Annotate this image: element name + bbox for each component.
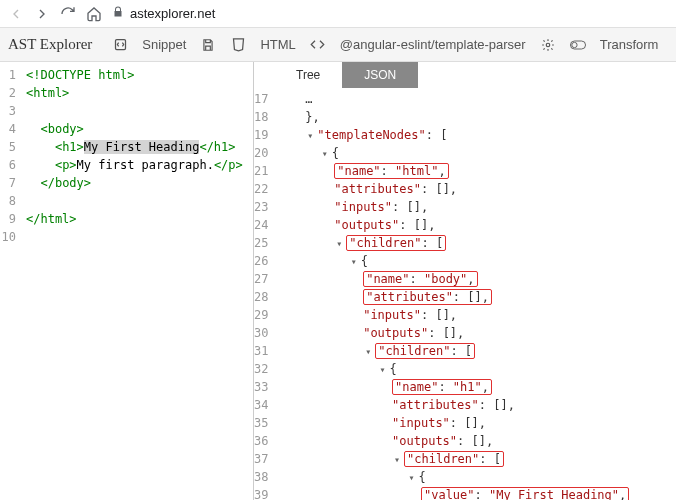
source-line[interactable] [26, 102, 243, 120]
source-line[interactable] [26, 192, 243, 210]
svg-point-1 [546, 43, 550, 47]
tree-line[interactable]: ▾"children": [ [276, 450, 676, 468]
tree-line[interactable]: ▾"templateNodes": [ [276, 126, 676, 144]
tree-line[interactable]: "attributes": [], [276, 180, 676, 198]
output-pane: Tree JSON 171819202122232425262728293031… [254, 62, 676, 500]
svg-point-3 [571, 42, 576, 47]
gear-icon[interactable] [540, 37, 556, 53]
tree-line[interactable]: ▾"children": [ [276, 234, 676, 252]
back-icon[interactable] [8, 6, 24, 22]
tree-line[interactable]: "inputs": [], [276, 414, 676, 432]
tree-line[interactable]: ▾{ [276, 144, 676, 162]
output-tabs: Tree JSON [254, 62, 676, 88]
reload-icon[interactable] [60, 6, 76, 22]
source-code[interactable]: <!DOCTYPE html><html> <body> <h1>My Firs… [20, 62, 243, 246]
toggle-icon[interactable] [570, 37, 586, 53]
source-line[interactable]: <body> [26, 120, 243, 138]
tree-line[interactable]: "name": "body", [276, 270, 676, 288]
tree-line[interactable]: "name": "html", [276, 162, 676, 180]
source-line[interactable]: <!DOCTYPE html> [26, 66, 243, 84]
source-gutter: 12345678910 [0, 62, 20, 246]
app-title: AST Explorer [8, 36, 92, 53]
save-icon[interactable] [200, 37, 216, 53]
tree-line[interactable]: "inputs": [], [276, 198, 676, 216]
tree-line[interactable]: "outputs": [], [276, 432, 676, 450]
parser-select[interactable]: @angular-eslint/template-parser [340, 37, 526, 52]
fold-toggle[interactable]: ▾ [320, 149, 330, 159]
fold-toggle[interactable]: ▾ [378, 365, 388, 375]
tree-line[interactable]: "attributes": [], [276, 288, 676, 306]
tab-json[interactable]: JSON [342, 62, 418, 88]
fold-toggle[interactable]: ▾ [392, 455, 402, 465]
fold-toggle[interactable]: ▾ [363, 347, 373, 357]
tree-line[interactable]: "name": "h1", [276, 378, 676, 396]
tree-line[interactable]: ▾{ [276, 468, 676, 486]
home-icon[interactable] [86, 6, 102, 22]
tab-tree[interactable]: Tree [274, 62, 342, 88]
fold-toggle[interactable]: ▾ [349, 257, 359, 267]
source-line[interactable]: </body> [26, 174, 243, 192]
source-line[interactable] [26, 228, 243, 246]
html5-icon[interactable] [230, 37, 246, 53]
tree-body[interactable]: … }, ▾"templateNodes": [ ▾{ "name": "htm… [274, 88, 676, 500]
source-line[interactable]: <html> [26, 84, 243, 102]
tree-line[interactable]: "value": "My First Heading", [276, 486, 676, 500]
snippet-menu[interactable]: Snippet [142, 37, 186, 52]
url-bar[interactable]: astexplorer.net [112, 6, 215, 21]
tree-line[interactable]: … [276, 90, 676, 108]
url-text: astexplorer.net [130, 6, 215, 21]
tree-line[interactable]: "outputs": [], [276, 216, 676, 234]
svg-rect-2 [570, 41, 585, 49]
source-line[interactable]: <p>My first paragraph.</p> [26, 156, 243, 174]
lock-icon [112, 6, 124, 21]
app-toolbar: AST Explorer Snippet HTML @angular-eslin… [0, 28, 676, 62]
source-pane[interactable]: 12345678910 <!DOCTYPE html><html> <body>… [0, 62, 254, 500]
language-select[interactable]: HTML [260, 37, 295, 52]
tree-line[interactable]: ▾"children": [ [276, 342, 676, 360]
tree-line[interactable]: }, [276, 108, 676, 126]
fold-toggle[interactable]: ▾ [407, 473, 417, 483]
transform-menu[interactable]: Transform [600, 37, 659, 52]
fold-toggle[interactable]: ▾ [305, 131, 315, 141]
code-icon[interactable] [310, 37, 326, 53]
tree-line[interactable]: "outputs": [], [276, 324, 676, 342]
tree-line[interactable]: ▾{ [276, 252, 676, 270]
tree-line[interactable]: ▾{ [276, 360, 676, 378]
tree-gutter: 1718192021222324252627282930313233343536… [254, 88, 274, 500]
source-line[interactable]: <h1>My First Heading</h1> [26, 138, 243, 156]
json-tree[interactable]: 1718192021222324252627282930313233343536… [254, 88, 676, 500]
browser-bar: astexplorer.net [0, 0, 676, 28]
tree-line[interactable]: "attributes": [], [276, 396, 676, 414]
gist-icon[interactable] [112, 37, 128, 53]
fold-toggle[interactable]: ▾ [334, 239, 344, 249]
main-split: 12345678910 <!DOCTYPE html><html> <body>… [0, 62, 676, 500]
tree-line[interactable]: "inputs": [], [276, 306, 676, 324]
forward-icon[interactable] [34, 6, 50, 22]
source-line[interactable]: </html> [26, 210, 243, 228]
